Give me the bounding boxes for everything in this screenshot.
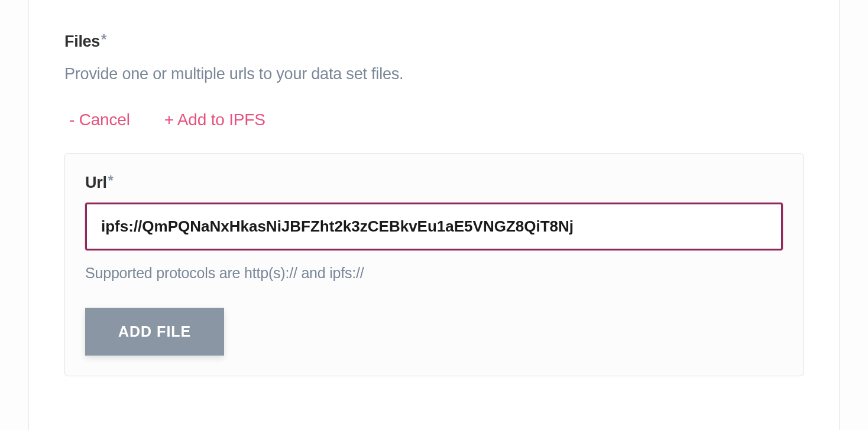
files-label-text: Files <box>64 32 100 50</box>
files-section-description: Provide one or multiple urls to your dat… <box>64 65 804 83</box>
required-asterisk: * <box>108 172 114 188</box>
url-field-label: Url* <box>85 174 783 192</box>
cancel-link[interactable]: - Cancel <box>69 110 130 129</box>
url-helper-text: Supported protocols are http(s):// and i… <box>85 265 783 282</box>
url-label-text: Url <box>85 174 107 191</box>
add-to-ipfs-link[interactable]: + Add to IPFS <box>164 110 265 129</box>
files-section-label: Files* <box>64 32 804 51</box>
url-input[interactable] <box>85 203 783 250</box>
url-panel: Url* Supported protocols are http(s):// … <box>64 153 804 376</box>
required-asterisk: * <box>101 31 106 47</box>
form-container: Files* Provide one or multiple urls to y… <box>28 0 840 430</box>
add-file-button[interactable]: ADD FILE <box>85 308 224 356</box>
action-links-row: - Cancel + Add to IPFS <box>69 110 804 129</box>
